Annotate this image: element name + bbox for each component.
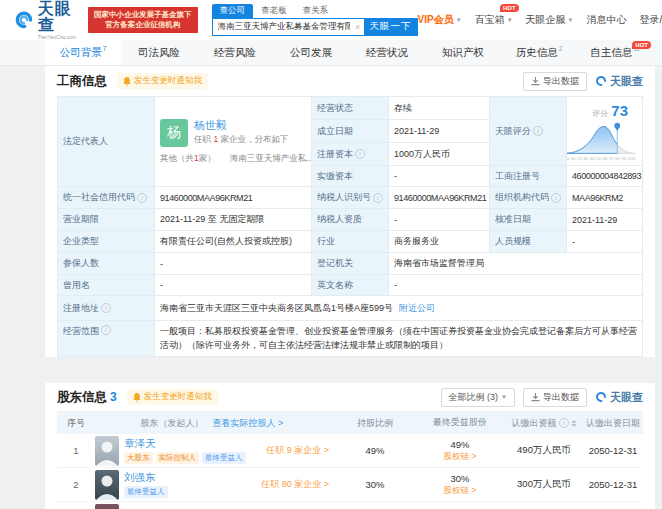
bell-icon: [133, 393, 141, 402]
ratio-filter-dropdown[interactable]: 全部比例 (3) ▼: [441, 388, 515, 407]
shareholder-photo: [95, 504, 119, 509]
hot-badge: HOT: [632, 41, 651, 49]
field-label: 企业类型: [58, 231, 154, 252]
tianyancha-logo-icon: [595, 391, 607, 403]
tab-operation-risk[interactable]: 经营风险: [197, 40, 273, 65]
tab-company-background[interactable]: 公司背景7: [45, 40, 121, 65]
field-label: 经营状态: [312, 97, 388, 119]
top-header: 天眼查 TianYanCha.com 国家中小企业发展子基金旗下 官方备案企业征…: [0, 0, 662, 40]
tenure-link[interactable]: 任职 9 家企业 >: [266, 444, 329, 457]
view-controller-link[interactable]: 查看实际控股人 >: [213, 417, 284, 430]
tab-operation-status[interactable]: 经营状况: [349, 40, 425, 65]
field-label: 工商注册号: [490, 166, 566, 186]
search-tab-relation[interactable]: 查关系: [295, 4, 337, 18]
shareholder-name-link[interactable]: 章泽天: [124, 437, 246, 450]
nearby-companies-link[interactable]: 附近公司: [399, 302, 435, 315]
field-value: 一般项目：私募股权投资基金管理、创业投资基金管理服务（须在中国证券投资基金业协会…: [155, 321, 642, 356]
search-tab-boss[interactable]: 查老板: [253, 4, 295, 18]
field-label: 实缴资本: [312, 166, 388, 186]
change-notify-button[interactable]: 发生变更时通知我: [127, 389, 218, 405]
tianyancha-watermark: 天眼查: [595, 74, 643, 89]
message-center-link[interactable]: 消息中心: [587, 13, 627, 27]
field-label: 曾用名: [58, 275, 154, 295]
download-icon: [531, 77, 540, 86]
col-header-amount: 认缴出资额: [505, 417, 583, 430]
shareholders-table: 序号 股东（发起人） 查看实际控股人 > 持股比例 最终受益股份 认缴出资额 认…: [57, 411, 643, 509]
chevron-down-icon: ▼: [501, 394, 507, 400]
info-icon[interactable]: [101, 303, 111, 313]
tianyancha-logo[interactable]: 天眼查 TianYanCha.com: [14, 1, 80, 40]
sort-icon[interactable]: [571, 420, 577, 427]
badge-actual-controller: 实际控制人: [156, 452, 200, 464]
field-label: 营业期限: [58, 209, 154, 230]
field-value: -: [389, 209, 489, 230]
search-tab-company[interactable]: 查公司: [212, 4, 254, 18]
row-index: 2: [57, 479, 95, 490]
field-value: 460000004842893: [567, 166, 642, 186]
field-label: 注册资本: [312, 143, 388, 165]
change-notify-button[interactable]: 发生变更时通知我: [117, 73, 208, 89]
info-icon[interactable]: [533, 126, 543, 136]
field-label: 注册地址: [58, 296, 154, 320]
search-input[interactable]: [212, 18, 364, 36]
field-label: 组织机构代码: [490, 187, 566, 208]
brand-domain: TianYanCha.com: [38, 35, 80, 40]
info-icon[interactable]: [355, 149, 365, 159]
toolbox-menu[interactable]: HOT百宝箱▼: [475, 13, 513, 27]
tab-company-development[interactable]: 公司发展: [273, 40, 349, 65]
info-icon[interactable]: [551, 193, 561, 203]
clear-icon[interactable]: ×: [352, 18, 364, 36]
login-register-link[interactable]: 登录/注册: [640, 13, 662, 27]
export-data-button[interactable]: 导出数据: [523, 388, 587, 407]
legal-rep-name-link[interactable]: 杨世毅: [194, 119, 288, 132]
score-distribution-curve: 0 10 20 30 40 50 60 70 80 90 100: [567, 119, 638, 161]
field-label: 天眼评分: [490, 97, 566, 165]
vip-menu[interactable]: VIP会员▼: [418, 13, 462, 27]
field-label: 登记机关: [312, 253, 388, 274]
info-icon[interactable]: [137, 193, 147, 203]
tianyan-score-chart: 评分 73 0 10 20 30 40 50 60 70 80 90 100: [567, 97, 642, 165]
field-label: 法定代表人: [58, 97, 154, 186]
search-button[interactable]: 天眼一下: [364, 18, 418, 36]
tab-history-info[interactable]: 历史信息2: [501, 40, 577, 65]
field-value: -: [389, 275, 642, 295]
subscribed-amount: 300万人民币: [505, 478, 583, 491]
legal-rep-cell: 杨 杨世毅 任职 1 家企业，分布如下 其他（共1家） 海南三亚天博产业私...: [155, 97, 311, 186]
info-icon[interactable]: [101, 325, 111, 335]
field-value: 存续: [389, 97, 489, 119]
holding-ratio: 30%: [335, 479, 415, 490]
avatar[interactable]: 杨: [160, 119, 188, 147]
info-icon[interactable]: [559, 418, 569, 428]
table-header-row: 序号 股东（发起人） 查看实际控股人 > 持股比例 最终受益股份 认缴出资额 认…: [57, 412, 643, 434]
tab-self-info[interactable]: 自主信息11HOT: [577, 40, 653, 65]
field-value: 商务服务业: [389, 231, 489, 252]
person-silhouette-icon: [95, 436, 119, 466]
search-area: 查公司 查老板 查关系 × 天眼一下: [212, 5, 418, 36]
person-silhouette-icon: [95, 470, 119, 500]
subscribed-amount: 490万人民币: [505, 444, 583, 457]
tab-intellectual-property[interactable]: 知识产权: [425, 40, 501, 65]
related-company-link[interactable]: 海南三亚天博产业私...: [230, 153, 311, 165]
section-title-shareholders: 股东信息: [57, 389, 107, 406]
equity-chain-link[interactable]: 股权链 >: [415, 451, 505, 462]
shareholder-name-link[interactable]: 刘强东: [124, 471, 168, 484]
tenure-link[interactable]: 任职 80 家企业 >: [261, 478, 329, 491]
business-info-grid: 法定代表人 杨 杨世毅 任职 1 家企业，分布如下 其他（共1家） 海南三亚天博…: [57, 96, 643, 357]
export-data-button[interactable]: 导出数据: [523, 72, 587, 91]
field-label: 成立日期: [312, 120, 388, 142]
top-nav: VIP会员▼ HOT百宝箱▼ 天眼企服▼ 消息中心 登录/注册: [418, 13, 662, 27]
enterprise-service-menu[interactable]: 天眼企服▼: [526, 13, 574, 27]
field-value: 2021-11-29 至 无固定期限: [155, 209, 311, 230]
shareholders-card: 股东信息 3 发生变更时通知我 全部比例 (3) ▼ 导出数据: [45, 383, 655, 509]
section-tabbar: 公司背景7 司法风险 经营风险 公司发展 经营状况 知识产权 历史信息2 自主信…: [0, 40, 662, 66]
download-icon: [531, 393, 540, 402]
tab-judicial-risk[interactable]: 司法风险: [121, 40, 197, 65]
subscribed-date: 2050-12-31: [583, 445, 643, 456]
field-value: 1000万人民币: [389, 143, 489, 165]
table-row: 3 李瑞玉 任职 6 家企业 > 21% 21% 股权链 > 210万人民币 2…: [57, 502, 643, 509]
col-header-ratio: 持股比例: [335, 417, 415, 430]
info-icon[interactable]: [373, 193, 383, 203]
equity-chain-link[interactable]: 股权链 >: [415, 485, 505, 496]
col-header-index: 序号: [57, 417, 95, 430]
tianyancha-logo-icon: [595, 75, 607, 87]
